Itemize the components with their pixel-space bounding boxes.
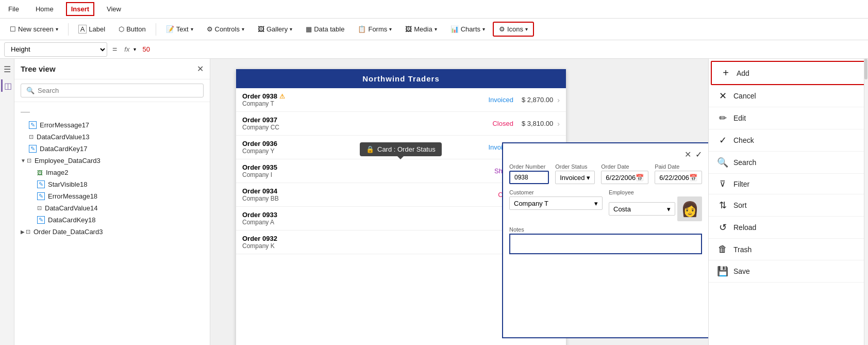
- tree-view-title: Tree view: [21, 64, 56, 73]
- text-chevron-icon: ▾: [191, 26, 193, 32]
- employee-avatar: 👩: [677, 196, 702, 221]
- icons-chevron-icon: ▾: [525, 26, 528, 32]
- data-table-button[interactable]: ▦ Data table: [300, 22, 350, 36]
- gallery-button[interactable]: 🖼 Gallery ▾: [252, 22, 298, 36]
- edit-icon: ✎: [29, 121, 37, 129]
- tree-item-starvisible18[interactable]: ✎ StarVisible18: [14, 178, 210, 190]
- icon-edit-item[interactable]: ✏ Edit: [709, 107, 868, 129]
- lock-icon: 🔒: [366, 145, 374, 153]
- gallery-chevron-icon: ▾: [290, 26, 292, 32]
- label-button[interactable]: A Label: [73, 22, 111, 37]
- order-status-select[interactable]: Invoiced ▾: [555, 171, 595, 184]
- card-icon-4: ⊡: [26, 228, 30, 235]
- icon-add-item[interactable]: + Add: [711, 61, 866, 85]
- new-screen-chevron-icon: ▾: [56, 26, 58, 32]
- notes-input[interactable]: [509, 234, 702, 254]
- formula-value: 50: [138, 45, 154, 53]
- sort-icon: ⇅: [717, 200, 728, 211]
- controls-button[interactable]: ⚙ Controls ▾: [201, 22, 250, 36]
- calendar-icon: 📅: [636, 174, 644, 182]
- button-button[interactable]: ⬡ Button: [113, 22, 152, 36]
- icon-sort-item[interactable]: ⇅ Sort: [709, 194, 868, 217]
- menu-home[interactable]: Home: [31, 3, 58, 15]
- order-number-input[interactable]: [509, 171, 549, 184]
- list-item[interactable]: Order 0937 Company CC Closed $ 3,810.00 …: [236, 112, 566, 136]
- employee-field: Employee Costa ▾ 👩: [609, 189, 702, 221]
- warning-icon: ⚠: [279, 93, 285, 100]
- tree-item-image2[interactable]: 🖼 Image2: [14, 167, 210, 178]
- icon-save-item[interactable]: 💾 Save: [709, 260, 868, 283]
- menu-file[interactable]: File: [4, 3, 23, 15]
- employee-select[interactable]: Costa ▾: [609, 202, 675, 216]
- media-icon: 🖼: [405, 25, 412, 33]
- tree-item-errormessage18[interactable]: ✎ ErrorMessage18: [14, 190, 210, 202]
- icon-check-item[interactable]: ✓ Check: [709, 129, 868, 152]
- edit-pencil-icon: ✏: [717, 112, 728, 124]
- controls-chevron-icon: ▾: [242, 26, 244, 32]
- new-screen-button[interactable]: ☐ New screen ▾: [4, 22, 64, 36]
- search-icon: 🔍: [26, 87, 35, 94]
- customer-select[interactable]: Company T ▾: [509, 196, 603, 210]
- tree-item-datacardvalue13[interactable]: ⊡ DataCardValue13: [14, 131, 210, 143]
- collapse-arrow-icon: ▼: [21, 158, 26, 163]
- forms-chevron-icon: ▾: [389, 26, 392, 32]
- expand-arrow-icon: ▶: [21, 229, 25, 235]
- left-panel: Tree view ✕ 🔍 — ✎ ErrorMessage17 ⊡ DataC…: [14, 59, 210, 345]
- icon-search-item[interactable]: 🔍 Search: [709, 152, 868, 174]
- charts-button[interactable]: 📊 Charts ▾: [445, 22, 491, 36]
- tree-item-errormessage17[interactable]: ✎ ErrorMessage17: [14, 119, 210, 131]
- tree-body: — ✎ ErrorMessage17 ⊡ DataCardValue13 ✎ D…: [14, 102, 210, 345]
- search-menu-icon: 🔍: [717, 157, 728, 168]
- edit-icon-4: ✎: [37, 192, 45, 200]
- icons-scroll-thumb: [864, 59, 867, 79]
- forms-button[interactable]: 📋 Forms ▾: [352, 22, 397, 36]
- calendar-icon-2: 📅: [689, 174, 697, 182]
- tree-item-employee-datacard3[interactable]: ▼ ⊡ Employee_DataCard3: [14, 155, 210, 167]
- icon-cancel-item[interactable]: ✕ Cancel: [709, 85, 868, 107]
- reload-icon: ↺: [717, 222, 728, 233]
- tree-search-container: 🔍: [14, 79, 210, 102]
- order-date-field: Order Date 6/22/2006 📅: [601, 163, 648, 184]
- list-item[interactable]: Order 0938 ⚠ Company T Invoiced $ 2,870.…: [236, 88, 566, 112]
- order-number-field: Order Number: [509, 163, 549, 184]
- tree-item-datacardvalue14[interactable]: ⊡ DataCardValue14: [14, 202, 210, 214]
- sidebar-tab-menu[interactable]: ☰: [1, 63, 13, 75]
- forms-icon: 📋: [358, 25, 366, 33]
- icon-trash-item[interactable]: 🗑 Trash: [709, 239, 868, 260]
- text-icon: 📝: [166, 25, 174, 33]
- search-input[interactable]: [38, 87, 198, 94]
- customer-field: Customer Company T ▾: [509, 189, 603, 221]
- detail-confirm-icon[interactable]: ✓: [695, 150, 702, 159]
- icon-reload-item[interactable]: ↺ Reload: [709, 217, 868, 239]
- add-icon: +: [720, 67, 731, 79]
- search-box[interactable]: 🔍: [21, 84, 204, 97]
- menu-view[interactable]: View: [103, 3, 125, 15]
- formula-field-select[interactable]: Height: [4, 42, 107, 57]
- filter-icon: ⊽: [717, 179, 728, 189]
- sidebar-tab-layers[interactable]: ◫: [1, 79, 13, 92]
- detail-close-icon[interactable]: ✕: [685, 150, 691, 159]
- toolbar-separator-1: [68, 23, 69, 36]
- icons-dropdown-scroll: + Add ✕ Cancel ✏ Edit ✓ Check 🔍 Searc: [709, 59, 868, 345]
- close-icon[interactable]: ✕: [197, 64, 204, 74]
- tree-item-orderdate-datacard3[interactable]: ▶ ⊡ Order Date_DataCard3: [14, 226, 210, 238]
- tree-item-datacardkey17[interactable]: ✎ DataCardKey17: [14, 143, 210, 155]
- detail-panel: ✕ ✓ Order Number Order Status Invoiced ▾: [502, 142, 708, 338]
- trash-icon: 🗑: [717, 244, 728, 255]
- menu-insert[interactable]: Insert: [66, 2, 94, 16]
- dropdown-arrow-icon-3: ▾: [667, 205, 671, 213]
- tree-view-header: Tree view ✕: [14, 59, 210, 79]
- main-area: ☰ ◫ Tree view ✕ 🔍 — ✎ ErrorMessage17: [0, 59, 868, 345]
- tree-item-datacardkey18[interactable]: ✎ DataCardKey18: [14, 214, 210, 226]
- dropdown-arrow-icon: ▾: [587, 174, 590, 182]
- text-button[interactable]: 📝 Text ▾: [160, 22, 199, 36]
- card-tooltip: 🔒 Card : Order Status: [360, 142, 442, 156]
- icons-scrollbar[interactable]: [864, 59, 868, 345]
- order-date-input[interactable]: 6/22/2006 📅: [601, 171, 648, 184]
- paid-date-input[interactable]: 6/22/2006 📅: [655, 171, 702, 184]
- label-icon: A: [78, 25, 87, 34]
- icon-filter-item[interactable]: ⊽ Filter: [709, 174, 868, 194]
- icons-button[interactable]: ⚙ Icons ▾: [493, 22, 534, 37]
- media-button[interactable]: 🖼 Media ▾: [399, 22, 442, 36]
- edit-icon-3: ✎: [37, 180, 45, 188]
